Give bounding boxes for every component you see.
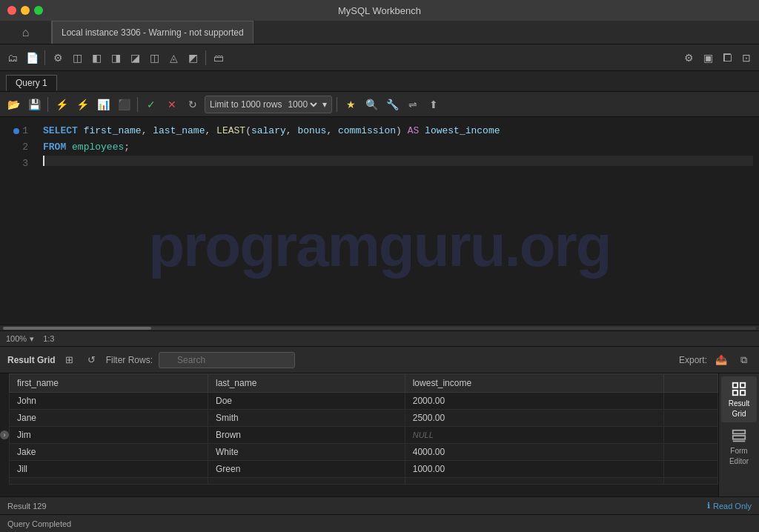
search-wrap: 🔍	[159, 352, 295, 368]
refresh-result-btn[interactable]: ↺	[84, 352, 100, 368]
layout-btn1[interactable]: ▣	[700, 50, 716, 66]
edb3-btn[interactable]: ◪	[127, 50, 143, 66]
editor-status-bar: 100% ▾ 1:3	[0, 330, 759, 347]
col-header-extra	[663, 374, 717, 393]
cell-john-first[interactable]: John	[10, 393, 208, 410]
result-grid-panel-btn[interactable]: Result Grid	[721, 376, 757, 422]
search-input[interactable]	[159, 352, 295, 368]
result-toolbar: Result Grid ⊞ ↺ Filter Rows: 🔍 Export: 📤…	[0, 347, 759, 373]
cell-jill-last[interactable]: Green	[208, 461, 405, 478]
result-grid-label: Result Grid	[7, 355, 56, 365]
export-btn[interactable]: 📤	[713, 352, 729, 368]
close-button[interactable]	[7, 6, 16, 15]
empty-cell4	[663, 478, 717, 485]
table-row[interactable]: Jim Brown NULL	[10, 427, 718, 444]
sep4	[137, 97, 138, 112]
schema-btn[interactable]: 🗃	[211, 50, 227, 66]
open-btn[interactable]: 📄	[24, 50, 40, 66]
cancel-btn[interactable]: ✕	[163, 96, 181, 113]
export-result-btn[interactable]: ⬆	[425, 96, 443, 113]
query-tab-bar: Query 1	[0, 71, 759, 92]
home-area[interactable]: ⌂	[0, 21, 52, 44]
result-grid-area[interactable]: first_name last_name lowest_income John …	[9, 373, 718, 496]
data-modeling-btn[interactable]: ◫	[69, 50, 85, 66]
refresh-btn[interactable]: ↻	[184, 96, 202, 113]
star-btn[interactable]: ★	[342, 96, 359, 113]
table-row[interactable]: Jill Green 1000.00	[10, 461, 718, 478]
minimize-button[interactable]	[21, 6, 30, 15]
grid-view-btn[interactable]: ⊞	[62, 352, 78, 368]
layout-btn2[interactable]: ⧠	[719, 50, 735, 66]
editor-scrollbar[interactable]	[0, 325, 759, 330]
limit-dropdown[interactable]: 1000 500 100	[285, 99, 319, 110]
cell-jim-first[interactable]: Jim	[10, 427, 208, 444]
cell-john-income[interactable]: 2000.00	[405, 393, 663, 410]
line-numbers: 1 2 3	[0, 117, 37, 325]
svg-rect-1	[740, 383, 745, 388]
save-file-btn[interactable]: 💾	[25, 96, 43, 113]
settings-btn[interactable]: ⚙	[680, 50, 697, 66]
cell-jake-first[interactable]: Jake	[10, 444, 208, 461]
right-panel: Result Grid Form Editor	[718, 373, 759, 496]
table-row[interactable]: Jake White 4000.00	[10, 444, 718, 461]
open-file-btn[interactable]: 📂	[4, 96, 22, 113]
result-main: › first_name last_name lowest_income	[0, 373, 759, 496]
cell-jane-income[interactable]: 2500.00	[405, 410, 663, 427]
cell-jill-income[interactable]: 1000.00	[405, 461, 663, 478]
search-query-btn[interactable]: 🔍	[362, 96, 380, 113]
main-toolbar: 🗂 📄 ⚙ ◫ ◧ ◨ ◪ ◫ ◬ ◩ 🗃 ⚙ ▣ ⧠ ⊡	[0, 44, 759, 71]
word-wrap-btn[interactable]: ⇌	[404, 96, 422, 113]
cell-jane-last[interactable]: Smith	[208, 410, 405, 427]
filter-label: Filter Rows:	[106, 355, 153, 365]
layout-btn3[interactable]: ⊡	[738, 50, 755, 66]
cell-jane-first[interactable]: Jane	[10, 410, 208, 427]
panel-expand-btn[interactable]: ›	[0, 430, 9, 439]
scrollbar-track[interactable]	[3, 327, 756, 330]
edb-btn[interactable]: ◧	[88, 50, 105, 66]
cell-jane-extra	[663, 410, 717, 427]
stop-btn[interactable]: ⬛	[115, 96, 133, 113]
edb2-btn[interactable]: ◨	[107, 50, 124, 66]
form-editor-panel-btn[interactable]: Form Editor	[721, 424, 757, 470]
title-bar: MySQL Workbench	[0, 0, 759, 21]
query-tab[interactable]: Query 1	[6, 75, 57, 91]
cell-jake-income[interactable]: 4000.00	[405, 444, 663, 461]
query-stats-btn[interactable]: 🔧	[383, 96, 401, 113]
cell-john-last[interactable]: Doe	[208, 393, 405, 410]
edb4-btn[interactable]: ◫	[146, 50, 162, 66]
maximize-button[interactable]	[34, 6, 43, 15]
explain-btn[interactable]: 📊	[94, 96, 112, 113]
cell-jake-last[interactable]: White	[208, 444, 405, 461]
empty-cell3	[405, 478, 663, 485]
result-grid-panel-label2: Grid	[732, 410, 746, 418]
new-connection-btn[interactable]: 🗂	[4, 50, 21, 66]
line-number-2: 2	[22, 142, 28, 153]
table-row[interactable]: John Doe 2000.00	[10, 393, 718, 410]
code-editor[interactable]: 1 2 3 SELECT first_name, last_name, LEAS…	[0, 117, 759, 325]
expand-handle[interactable]: ›	[0, 373, 9, 496]
table-head: first_name last_name lowest_income	[10, 374, 718, 393]
empty-cell1	[10, 478, 208, 485]
cell-jill-first[interactable]: Jill	[10, 461, 208, 478]
copy-result-btn[interactable]: ⧉	[735, 352, 752, 368]
scrollbar-thumb[interactable]	[3, 327, 151, 330]
col-header-first-name: first_name	[10, 374, 208, 393]
form-editor-icon	[731, 428, 747, 445]
table-header-row: first_name last_name lowest_income	[10, 374, 718, 393]
code-content[interactable]: SELECT first_name, last_name, LEAST(sala…	[37, 117, 759, 325]
zoom-control[interactable]: 100% ▾	[6, 334, 34, 344]
edb6-btn[interactable]: ◩	[185, 50, 201, 66]
limit-select[interactable]: Limit to 1000 rows 1000 500 100 ▾	[205, 96, 332, 113]
instance-tab-label: Local instance 3306 - Warning - not supp…	[62, 27, 244, 38]
manage-connections-btn[interactable]: ⚙	[50, 50, 66, 66]
readonly-indicator: ℹ Read Only	[707, 501, 752, 511]
sep5	[337, 97, 337, 112]
edb5-btn[interactable]: ◬	[165, 50, 182, 66]
table-row[interactable]: Jane Smith 2500.00	[10, 410, 718, 427]
instance-tab[interactable]: Local instance 3306 - Warning - not supp…	[52, 21, 253, 44]
cell-jim-last[interactable]: Brown	[208, 427, 405, 444]
cell-jim-income[interactable]: NULL	[405, 427, 663, 444]
check-btn[interactable]: ✓	[142, 96, 160, 113]
execute-all-btn[interactable]: ⚡	[53, 96, 70, 113]
execute-selected-btn[interactable]: ⚡	[73, 96, 91, 113]
